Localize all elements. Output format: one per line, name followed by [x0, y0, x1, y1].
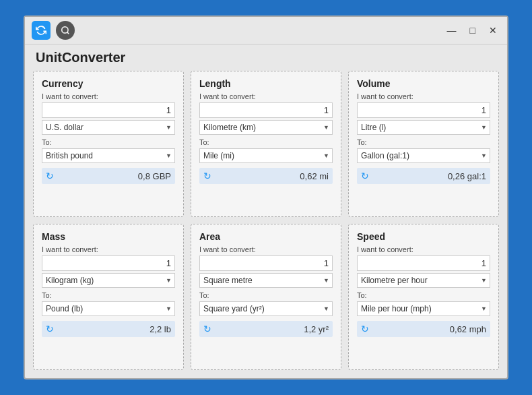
- result-row-speed: ↻ 0,62 mph: [357, 321, 490, 337]
- page-title: UnitConverter: [25, 44, 507, 68]
- card-volume: Volume I want to convert: Litre (l)Gallo…: [348, 71, 499, 217]
- maximize-button[interactable]: □: [467, 24, 479, 37]
- card-title-currency: Currency: [42, 78, 175, 89]
- result-value-mass: 2,2 lb: [149, 324, 171, 334]
- to-label-mass: To:: [42, 291, 175, 299]
- input-mass[interactable]: [42, 255, 175, 271]
- from-select-wrapper-length: Kilometre (km)Mile (mi)Metre (m)Foot (ft…: [199, 120, 333, 135]
- result-row-area: ↻ 1,2 yr²: [199, 321, 333, 337]
- result-row-mass: ↻ 2,2 lb: [42, 321, 175, 337]
- card-mass: Mass I want to convert: Kilogram (kg)Pou…: [33, 224, 184, 370]
- from-select-wrapper-speed: Kilometre per hourMile per hour (mph)Met…: [357, 273, 490, 288]
- from-select-area[interactable]: Square metreSquare yard (yr²)Square foot…: [199, 273, 333, 288]
- result-value-volume: 0,26 gal:1: [448, 171, 486, 181]
- to-label-area: To:: [199, 291, 333, 299]
- card-from-label-speed: I want to convert:: [357, 245, 490, 253]
- from-select-wrapper-mass: Kilogram (kg)Pound (lb)Gram (g)Ounce (oz…: [42, 273, 175, 288]
- to-select-wrapper-currency: British poundEuroU.S. dollarJapanese yen: [42, 148, 175, 163]
- card-title-mass: Mass: [42, 231, 175, 242]
- window-controls: — □ ✕: [444, 24, 500, 37]
- from-select-currency[interactable]: U.S. dollarEuroBritish poundJapanese yen: [42, 120, 175, 135]
- close-button[interactable]: ✕: [486, 24, 500, 37]
- result-value-currency: 0,8 GBP: [138, 171, 171, 181]
- to-label-volume: To:: [357, 138, 490, 146]
- card-title-volume: Volume: [357, 78, 490, 89]
- to-select-currency[interactable]: British poundEuroU.S. dollarJapanese yen: [42, 148, 175, 163]
- to-select-wrapper-mass: Pound (lb)Kilogram (kg)Gram (g)Ounce (oz…: [42, 301, 175, 316]
- to-select-wrapper-area: Square yard (yr²)Square metreSquare foot…: [199, 301, 333, 316]
- svg-line-1: [67, 32, 69, 34]
- to-label-length: To:: [199, 138, 333, 146]
- card-title-length: Length: [199, 78, 333, 89]
- search-icon[interactable]: [56, 21, 75, 40]
- from-select-speed[interactable]: Kilometre per hourMile per hour (mph)Met…: [357, 273, 490, 288]
- from-select-mass[interactable]: Kilogram (kg)Pound (lb)Gram (g)Ounce (oz…: [42, 273, 175, 288]
- to-select-length[interactable]: Mile (mi)Kilometre (km)Metre (m)Foot (ft…: [199, 148, 333, 163]
- card-area: Area I want to convert: Square metreSqua…: [191, 224, 341, 370]
- to-select-wrapper-volume: Gallon (gal:1)Litre (l)Millilitre (ml)Cu…: [357, 148, 490, 163]
- card-from-label-length: I want to convert:: [199, 92, 333, 100]
- minimize-button[interactable]: —: [444, 24, 460, 37]
- card-length: Length I want to convert: Kilometre (km)…: [191, 71, 341, 217]
- from-select-wrapper-currency: U.S. dollarEuroBritish poundJapanese yen: [42, 120, 175, 135]
- input-speed[interactable]: [357, 255, 490, 271]
- result-row-currency: ↻ 0,8 GBP: [42, 168, 175, 184]
- result-row-volume: ↻ 0,26 gal:1: [357, 168, 490, 184]
- to-select-wrapper-speed: Mile per hour (mph)Kilometre per hourMet…: [357, 301, 490, 316]
- refresh-icon-length[interactable]: ↻: [203, 171, 211, 181]
- app-icon: [32, 21, 51, 40]
- from-select-wrapper-area: Square metreSquare yard (yr²)Square foot…: [199, 273, 333, 288]
- card-from-label-currency: I want to convert:: [42, 92, 175, 100]
- refresh-icon-volume[interactable]: ↻: [361, 171, 369, 181]
- to-label-currency: To:: [42, 138, 175, 146]
- refresh-icon-speed[interactable]: ↻: [361, 324, 369, 334]
- to-select-area[interactable]: Square yard (yr²)Square metreSquare foot…: [199, 301, 333, 316]
- card-speed: Speed I want to convert: Kilometre per h…: [348, 224, 499, 370]
- title-bar: — □ ✕: [25, 17, 507, 44]
- input-length[interactable]: [199, 102, 333, 118]
- to-select-volume[interactable]: Gallon (gal:1)Litre (l)Millilitre (ml)Cu…: [357, 148, 490, 163]
- card-from-label-mass: I want to convert:: [42, 245, 175, 253]
- svg-point-0: [62, 27, 68, 33]
- to-select-speed[interactable]: Mile per hour (mph)Kilometre per hourMet…: [357, 301, 490, 316]
- refresh-icon-currency[interactable]: ↻: [46, 171, 54, 181]
- to-select-wrapper-length: Mile (mi)Kilometre (km)Metre (m)Foot (ft…: [199, 148, 333, 163]
- converter-grid: Currency I want to convert: U.S. dollarE…: [25, 68, 507, 378]
- card-from-label-area: I want to convert:: [199, 245, 333, 253]
- from-select-volume[interactable]: Litre (l)Gallon (gal:1)Millilitre (ml)Cu…: [357, 120, 490, 135]
- refresh-icon-mass[interactable]: ↻: [46, 324, 54, 334]
- input-currency[interactable]: [42, 102, 175, 118]
- from-select-wrapper-volume: Litre (l)Gallon (gal:1)Millilitre (ml)Cu…: [357, 120, 490, 135]
- card-currency: Currency I want to convert: U.S. dollarE…: [33, 71, 184, 217]
- input-area[interactable]: [199, 255, 333, 271]
- to-select-mass[interactable]: Pound (lb)Kilogram (kg)Gram (g)Ounce (oz…: [42, 301, 175, 316]
- result-row-length: ↻ 0,62 mi: [199, 168, 333, 184]
- result-value-length: 0,62 mi: [300, 171, 329, 181]
- card-from-label-volume: I want to convert:: [357, 92, 490, 100]
- result-value-speed: 0,62 mph: [450, 324, 486, 334]
- app-window: — □ ✕ UnitConverter Currency I want to c…: [24, 16, 508, 379]
- refresh-icon-area[interactable]: ↻: [203, 324, 211, 334]
- to-label-speed: To:: [357, 291, 490, 299]
- result-value-area: 1,2 yr²: [304, 324, 329, 334]
- card-title-area: Area: [199, 231, 333, 242]
- input-volume[interactable]: [357, 102, 490, 118]
- from-select-length[interactable]: Kilometre (km)Mile (mi)Metre (m)Foot (ft…: [199, 120, 333, 135]
- card-title-speed: Speed: [357, 231, 490, 242]
